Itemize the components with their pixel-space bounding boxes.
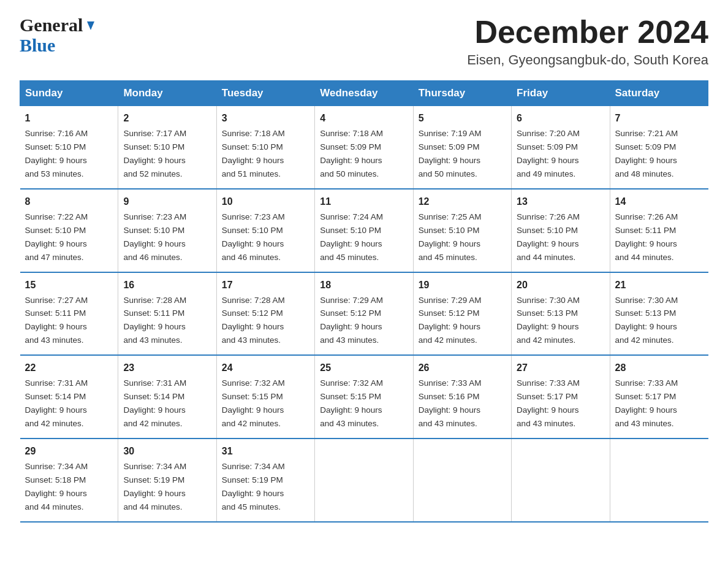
calendar-day-cell: 27 Sunrise: 7:33 AMSunset: 5:17 PMDaylig… (512, 355, 610, 439)
day-number: 21 (615, 278, 703, 293)
day-number: 16 (123, 278, 211, 293)
calendar-day-cell: 20 Sunrise: 7:30 AMSunset: 5:13 PMDaylig… (512, 272, 610, 356)
calendar-week-row: 1 Sunrise: 7:16 AMSunset: 5:10 PMDayligh… (20, 106, 708, 189)
calendar-week-row: 22 Sunrise: 7:31 AMSunset: 5:14 PMDaylig… (20, 355, 708, 439)
day-info: Sunrise: 7:27 AMSunset: 5:11 PMDaylight:… (25, 296, 88, 345)
calendar-day-cell: 16 Sunrise: 7:28 AMSunset: 5:11 PMDaylig… (118, 272, 216, 356)
header-sunday: Sunday (20, 81, 118, 106)
day-info: Sunrise: 7:18 AMSunset: 5:10 PMDaylight:… (222, 129, 285, 178)
calendar-day-cell: 13 Sunrise: 7:26 AMSunset: 5:10 PMDaylig… (512, 189, 610, 272)
day-info: Sunrise: 7:31 AMSunset: 5:14 PMDaylight:… (25, 378, 88, 428)
calendar-day-cell: 4 Sunrise: 7:18 AMSunset: 5:09 PMDayligh… (315, 106, 413, 189)
day-info: Sunrise: 7:17 AMSunset: 5:10 PMDaylight:… (123, 129, 186, 178)
calendar-day-cell: 24 Sunrise: 7:32 AMSunset: 5:15 PMDaylig… (216, 355, 314, 439)
day-number: 22 (25, 361, 113, 375)
day-info: Sunrise: 7:28 AMSunset: 5:12 PMDaylight:… (222, 296, 285, 345)
day-number: 25 (320, 361, 408, 375)
header-saturday: Saturday (610, 81, 708, 106)
day-number: 23 (123, 361, 211, 375)
day-info: Sunrise: 7:21 AMSunset: 5:09 PMDaylight:… (615, 129, 678, 178)
day-info: Sunrise: 7:32 AMSunset: 5:15 PMDaylight:… (222, 378, 285, 428)
day-info: Sunrise: 7:22 AMSunset: 5:10 PMDaylight:… (25, 212, 88, 262)
day-info: Sunrise: 7:32 AMSunset: 5:15 PMDaylight:… (320, 378, 383, 428)
calendar-day-cell: 18 Sunrise: 7:29 AMSunset: 5:12 PMDaylig… (315, 272, 413, 356)
day-info: Sunrise: 7:30 AMSunset: 5:13 PMDaylight:… (615, 296, 678, 345)
day-number: 28 (615, 361, 703, 375)
header-monday: Monday (118, 81, 216, 106)
day-number: 12 (419, 194, 506, 209)
day-number: 1 (25, 111, 113, 126)
logo-arrow-icon (84, 19, 97, 33)
day-info: Sunrise: 7:33 AMSunset: 5:17 PMDaylight:… (517, 378, 580, 428)
day-info: Sunrise: 7:34 AMSunset: 5:19 PMDaylight:… (222, 462, 285, 511)
day-number: 14 (615, 194, 703, 209)
day-info: Sunrise: 7:33 AMSunset: 5:16 PMDaylight:… (419, 378, 482, 428)
logo-general-text: General (20, 15, 83, 35)
day-number: 15 (25, 278, 113, 293)
header-friday: Friday (512, 81, 610, 106)
calendar-header-row: Sunday Monday Tuesday Wednesday Thursday… (20, 81, 708, 106)
day-info: Sunrise: 7:19 AMSunset: 5:09 PMDaylight:… (419, 129, 482, 178)
calendar-day-cell: 7 Sunrise: 7:21 AMSunset: 5:09 PMDayligh… (610, 106, 708, 189)
calendar-day-cell (315, 439, 413, 522)
calendar-day-cell: 2 Sunrise: 7:17 AMSunset: 5:10 PMDayligh… (118, 106, 216, 189)
page-header: General Blue December 2024 Eisen, Gyeong… (20, 15, 708, 68)
title-block: December 2024 Eisen, Gyeongsangbuk-do, S… (467, 15, 708, 68)
day-info: Sunrise: 7:23 AMSunset: 5:10 PMDaylight:… (222, 212, 285, 262)
day-number: 11 (320, 194, 408, 209)
header-thursday: Thursday (413, 81, 511, 106)
day-info: Sunrise: 7:26 AMSunset: 5:11 PMDaylight:… (615, 212, 678, 262)
calendar-day-cell: 9 Sunrise: 7:23 AMSunset: 5:10 PMDayligh… (118, 189, 216, 272)
day-number: 17 (222, 278, 309, 293)
calendar-week-row: 15 Sunrise: 7:27 AMSunset: 5:11 PMDaylig… (20, 272, 708, 356)
day-info: Sunrise: 7:26 AMSunset: 5:10 PMDaylight:… (517, 212, 580, 262)
day-number: 2 (123, 111, 211, 126)
calendar-day-cell: 14 Sunrise: 7:26 AMSunset: 5:11 PMDaylig… (610, 189, 708, 272)
calendar-day-cell: 3 Sunrise: 7:18 AMSunset: 5:10 PMDayligh… (216, 106, 314, 189)
calendar-week-row: 8 Sunrise: 7:22 AMSunset: 5:10 PMDayligh… (20, 189, 708, 272)
calendar-day-cell: 11 Sunrise: 7:24 AMSunset: 5:10 PMDaylig… (315, 189, 413, 272)
day-info: Sunrise: 7:30 AMSunset: 5:13 PMDaylight:… (517, 296, 580, 345)
day-number: 18 (320, 278, 408, 293)
day-number: 20 (517, 278, 604, 293)
day-info: Sunrise: 7:34 AMSunset: 5:19 PMDaylight:… (123, 462, 186, 511)
calendar-day-cell: 25 Sunrise: 7:32 AMSunset: 5:15 PMDaylig… (315, 355, 413, 439)
calendar-day-cell (512, 439, 610, 522)
day-number: 7 (615, 111, 703, 126)
day-info: Sunrise: 7:24 AMSunset: 5:10 PMDaylight:… (320, 212, 383, 262)
day-info: Sunrise: 7:25 AMSunset: 5:10 PMDaylight:… (419, 212, 482, 262)
day-number: 9 (123, 194, 211, 209)
calendar-table: Sunday Monday Tuesday Wednesday Thursday… (20, 80, 708, 522)
calendar-day-cell: 12 Sunrise: 7:25 AMSunset: 5:10 PMDaylig… (413, 189, 511, 272)
day-number: 8 (25, 194, 113, 209)
month-title: December 2024 (467, 15, 708, 50)
calendar-day-cell: 28 Sunrise: 7:33 AMSunset: 5:17 PMDaylig… (610, 355, 708, 439)
calendar-day-cell: 26 Sunrise: 7:33 AMSunset: 5:16 PMDaylig… (413, 355, 511, 439)
calendar-day-cell: 15 Sunrise: 7:27 AMSunset: 5:11 PMDaylig… (20, 272, 118, 356)
calendar-day-cell: 6 Sunrise: 7:20 AMSunset: 5:09 PMDayligh… (512, 106, 610, 189)
day-number: 6 (517, 111, 604, 126)
calendar-day-cell: 30 Sunrise: 7:34 AMSunset: 5:19 PMDaylig… (118, 439, 216, 522)
calendar-day-cell: 10 Sunrise: 7:23 AMSunset: 5:10 PMDaylig… (216, 189, 314, 272)
calendar-day-cell: 8 Sunrise: 7:22 AMSunset: 5:10 PMDayligh… (20, 189, 118, 272)
calendar-day-cell (413, 439, 511, 522)
calendar-day-cell: 29 Sunrise: 7:34 AMSunset: 5:18 PMDaylig… (20, 439, 118, 522)
header-tuesday: Tuesday (216, 81, 314, 106)
svg-marker-0 (87, 21, 94, 30)
calendar-week-row: 29 Sunrise: 7:34 AMSunset: 5:18 PMDaylig… (20, 439, 708, 522)
day-number: 26 (419, 361, 506, 375)
logo-blue-text: Blue (20, 35, 55, 55)
day-number: 10 (222, 194, 309, 209)
day-info: Sunrise: 7:18 AMSunset: 5:09 PMDaylight:… (320, 129, 383, 178)
day-number: 29 (25, 444, 113, 459)
day-number: 27 (517, 361, 604, 375)
day-number: 19 (419, 278, 506, 293)
calendar-day-cell: 31 Sunrise: 7:34 AMSunset: 5:19 PMDaylig… (216, 439, 314, 522)
day-number: 24 (222, 361, 309, 375)
calendar-day-cell (610, 439, 708, 522)
calendar-day-cell: 17 Sunrise: 7:28 AMSunset: 5:12 PMDaylig… (216, 272, 314, 356)
logo: General Blue (20, 15, 97, 55)
calendar-day-cell: 21 Sunrise: 7:30 AMSunset: 5:13 PMDaylig… (610, 272, 708, 356)
day-info: Sunrise: 7:23 AMSunset: 5:10 PMDaylight:… (123, 212, 186, 262)
day-info: Sunrise: 7:31 AMSunset: 5:14 PMDaylight:… (123, 378, 186, 428)
